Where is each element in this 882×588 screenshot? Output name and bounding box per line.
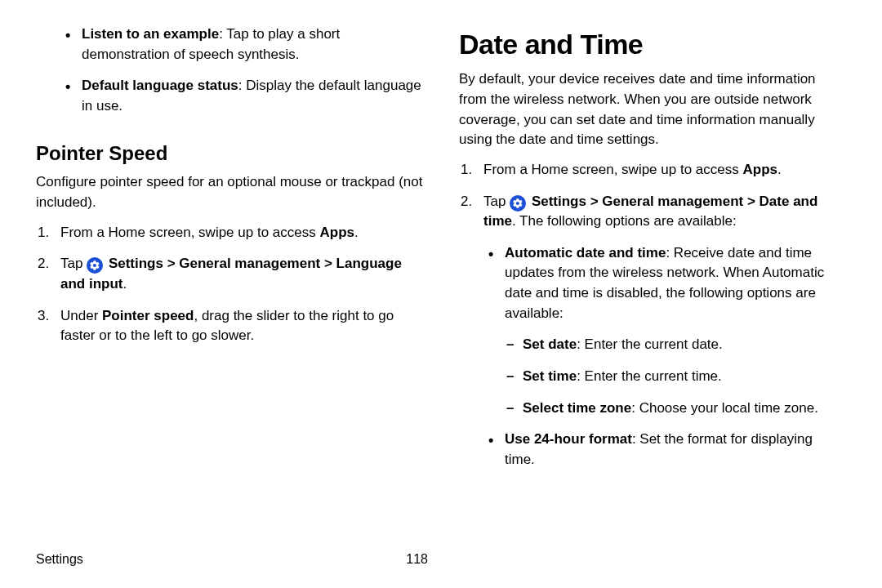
date-time-intro: By default, your device receives date an…	[459, 69, 846, 150]
list-item: Default language status: Display the def…	[60, 76, 423, 116]
option-title: Use 24-hour format	[505, 431, 632, 447]
pointer-speed-intro: Configure pointer speed for an optional …	[36, 172, 423, 212]
option-title: Set date	[523, 336, 577, 352]
list-item: Select time zone: Choose your local time…	[505, 399, 846, 419]
step-item: Under Pointer speed, drag the slider to …	[36, 306, 423, 346]
option-desc: : Choose your local time zone.	[631, 400, 818, 416]
pointer-speed-heading: Pointer Speed	[36, 140, 423, 168]
list-item: Use 24-hour format: Set the format for d…	[483, 430, 846, 470]
step-item: Tap Settings > General management > Date…	[459, 192, 846, 232]
step-item: Tap Settings > General management > Lang…	[36, 254, 423, 294]
tts-options-list: Listen to an example: Tap to play a shor…	[60, 24, 423, 117]
step-item: From a Home screen, swipe up to access A…	[36, 223, 423, 243]
option-title: Automatic date and time	[505, 245, 666, 261]
right-column: Date and Time By default, your device re…	[441, 24, 858, 572]
pointer-speed-steps: From a Home screen, swipe up to access A…	[36, 223, 423, 346]
date-time-options-2: Use 24-hour format: Set the format for d…	[483, 430, 846, 470]
date-time-heading: Date and Time	[459, 24, 846, 65]
footer-section: Settings	[36, 550, 83, 568]
option-desc: : Enter the current date.	[577, 336, 723, 352]
option-title: Default language status	[82, 78, 238, 93]
list-item: Automatic date and time: Receive date an…	[483, 243, 846, 324]
nav-path: Settings > General management > Language…	[60, 256, 402, 292]
date-time-steps: From a Home screen, swipe up to access A…	[459, 160, 846, 232]
page-footer: Settings 118	[36, 550, 428, 568]
settings-icon	[87, 257, 103, 274]
left-column: Listen to an example: Tap to play a shor…	[24, 24, 441, 572]
date-time-options: Automatic date and time: Receive date an…	[483, 243, 846, 324]
option-desc: : Enter the current time.	[577, 368, 722, 384]
footer-page-number: 118	[406, 550, 428, 568]
option-title: Set time	[523, 368, 577, 384]
option-title: Select time zone	[523, 400, 631, 416]
list-item: Set date: Enter the current date.	[505, 335, 846, 355]
list-item: Set time: Enter the current time.	[505, 367, 846, 387]
date-time-suboptions: Set date: Enter the current date. Set ti…	[505, 335, 846, 418]
step-item: From a Home screen, swipe up to access A…	[459, 160, 846, 180]
settings-icon	[510, 195, 526, 212]
list-item: Listen to an example: Tap to play a shor…	[60, 24, 423, 65]
option-title: Listen to an example	[82, 26, 219, 42]
